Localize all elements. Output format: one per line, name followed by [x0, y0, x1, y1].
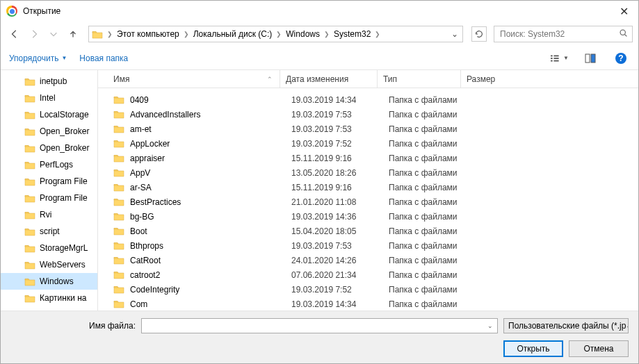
forward-button[interactable]: [26, 26, 42, 42]
file-row[interactable]: 040919.03.2019 14:34Папка с файлами: [98, 92, 638, 107]
file-type: Папка с файлами: [383, 270, 467, 280]
svg-rect-8: [591, 54, 595, 63]
cancel-button[interactable]: Отмена: [569, 340, 629, 357]
file-name: Bthprops: [130, 241, 163, 251]
file-date: 19.03.2019 7:52: [286, 285, 383, 295]
file-row[interactable]: AdvancedInstallers19.03.2019 7:53Папка с…: [98, 107, 638, 122]
view-button[interactable]: ▼: [551, 51, 569, 66]
breadcrumb[interactable]: ❯ Этот компьютер ❯ Локальный диск (C:) ❯…: [88, 26, 463, 42]
search-input[interactable]: [499, 28, 619, 40]
tree-item[interactable]: LocalStorage: [1, 106, 97, 123]
chevron-down-icon: ▼: [61, 55, 67, 61]
svg-rect-1: [551, 55, 553, 56]
breadcrumb-item[interactable]: System32: [332, 29, 372, 39]
file-row[interactable]: CodeIntegrity19.03.2019 7:52Папка с файл…: [98, 282, 638, 297]
tree-item[interactable]: Program File: [1, 190, 97, 206]
file-list: 040919.03.2019 14:34Папка с файламиAdvan…: [98, 88, 638, 311]
nav-bar: ❯ Этот компьютер ❯ Локальный диск (C:) ❯…: [1, 22, 638, 47]
refresh-button[interactable]: [471, 26, 487, 42]
tree-item[interactable]: WebServers: [1, 256, 97, 273]
file-row[interactable]: am-et19.03.2019 7:53Папка с файлами: [98, 122, 638, 136]
folder-icon: [24, 177, 35, 186]
column-size[interactable]: Размер: [461, 70, 517, 88]
back-button[interactable]: [6, 26, 23, 42]
folder-icon: [113, 168, 124, 177]
tree-item[interactable]: StorageMgrL: [1, 240, 97, 256]
tree-item[interactable]: Open_Broker: [1, 123, 97, 140]
window-title: Открытие: [23, 6, 615, 16]
search-box[interactable]: [494, 26, 633, 42]
file-row[interactable]: CatRoot24.01.2020 14:26Папка с файлами: [98, 253, 638, 267]
file-type: Папка с файлами: [383, 183, 467, 192]
folder-icon: [24, 210, 35, 220]
breadcrumb-item[interactable]: Этот компьютер: [115, 29, 181, 39]
folder-icon: [90, 28, 104, 40]
tree-item[interactable]: Пользовател: [1, 306, 97, 311]
close-button[interactable]: ✕: [615, 5, 633, 18]
file-type: Папка с файлами: [383, 241, 467, 251]
file-name: am-et: [130, 124, 152, 134]
file-row[interactable]: AppLocker19.03.2019 7:52Папка с файлами: [98, 136, 638, 151]
open-button[interactable]: Открыть: [503, 340, 563, 357]
folder-icon: [24, 194, 35, 203]
up-button[interactable]: [65, 26, 81, 42]
file-type: Папка с файлами: [383, 139, 467, 149]
tree-item[interactable]: Windows: [1, 273, 97, 290]
file-row[interactable]: ar-SA15.11.2019 9:16Папка с файлами: [98, 180, 638, 195]
column-name[interactable]: Имя⌃: [108, 70, 280, 88]
breadcrumb-item[interactable]: Локальный диск (C:): [192, 29, 274, 39]
svg-point-0: [620, 30, 625, 35]
filename-input[interactable]: ⌄: [141, 318, 498, 333]
tree-item-label: PerfLogs: [40, 160, 73, 169]
folder-icon: [113, 270, 124, 279]
svg-rect-7: [585, 54, 590, 63]
tree-item[interactable]: inetpub: [1, 73, 97, 90]
search-icon: [619, 28, 628, 40]
file-type-filter[interactable]: Пользовательские файлы (*.jp ⌄: [503, 318, 629, 333]
organize-button[interactable]: Упорядочить ▼: [9, 53, 67, 63]
chevron-down-icon[interactable]: ⌄: [448, 29, 461, 39]
file-row[interactable]: BestPractices21.01.2020 11:08Папка с фай…: [98, 195, 638, 209]
sidebar: inetpubIntelLocalStorageOpen_BrokerOpen_…: [1, 70, 98, 311]
column-type[interactable]: Тип: [378, 70, 461, 88]
tree-item-label: StorageMgrL: [40, 243, 88, 253]
file-row[interactable]: catroot207.06.2020 21:34Папка с файлами: [98, 267, 638, 282]
tree-item[interactable]: PerfLogs: [1, 156, 97, 173]
file-row[interactable]: Com19.03.2019 14:34Папка с файлами: [98, 297, 638, 311]
folder-icon: [113, 124, 124, 133]
help-button[interactable]: ?: [612, 51, 630, 66]
folder-icon: [113, 183, 124, 192]
recent-button[interactable]: [45, 26, 62, 42]
breadcrumb-item[interactable]: Windows: [284, 29, 321, 39]
folder-icon: [24, 277, 35, 286]
tree-item[interactable]: Open_Broker: [1, 140, 97, 156]
tree-item[interactable]: script: [1, 223, 97, 240]
chevron-right-icon: ❯: [181, 31, 192, 38]
tree-item[interactable]: Картинки на: [1, 290, 97, 306]
file-row[interactable]: Bthprops19.03.2019 7:53Папка с файлами: [98, 238, 638, 253]
footer: Имя файла: ⌄ Пользовательские файлы (*.j…: [1, 311, 638, 364]
file-date: 19.03.2019 7:53: [286, 124, 383, 134]
preview-button[interactable]: [581, 51, 599, 66]
file-type: Папка с файлами: [383, 168, 467, 178]
title-bar: Открытие ✕: [1, 1, 638, 22]
tree-item[interactable]: Program File: [1, 173, 97, 190]
chevron-down-icon[interactable]: ⌄: [483, 322, 497, 329]
file-name: Boot: [130, 226, 147, 236]
folder-icon: [113, 95, 124, 104]
tree-item[interactable]: Intel: [1, 90, 97, 106]
svg-rect-6: [553, 60, 558, 61]
column-date[interactable]: Дата изменения: [280, 70, 378, 88]
tree-item[interactable]: Rvi: [1, 206, 97, 223]
new-folder-button[interactable]: Новая папка: [79, 53, 128, 63]
file-row[interactable]: Boot15.04.2020 18:05Папка с файлами: [98, 224, 638, 238]
file-row[interactable]: appraiser15.11.2019 9:16Папка с файлами: [98, 151, 638, 165]
file-date: 15.11.2019 9:16: [286, 154, 383, 163]
toolbar: Упорядочить ▼ Новая папка ▼ ?: [1, 47, 638, 70]
file-row[interactable]: AppV13.05.2020 18:26Папка с файлами: [98, 165, 638, 180]
folder-icon: [113, 241, 124, 250]
chevron-down-icon: ⌄: [626, 322, 629, 329]
file-name: AdvancedInstallers: [130, 110, 200, 119]
file-row[interactable]: bg-BG19.03.2019 14:36Папка с файлами: [98, 209, 638, 224]
filter-label: Пользовательские файлы (*.jp: [508, 321, 626, 331]
